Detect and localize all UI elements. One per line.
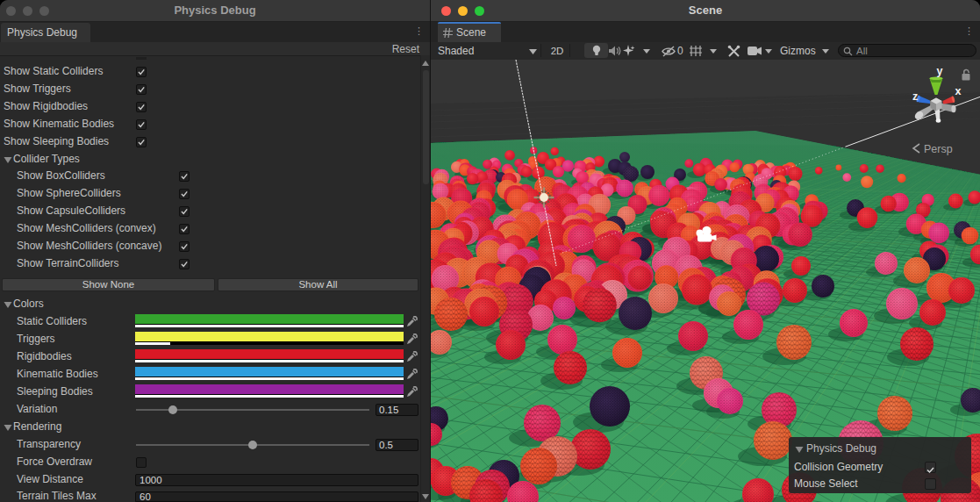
svg-text:z: z [912,90,918,103]
svg-text:y: y [937,65,943,77]
svg-text:Persp: Persp [924,143,953,155]
svg-text:x: x [955,85,962,97]
